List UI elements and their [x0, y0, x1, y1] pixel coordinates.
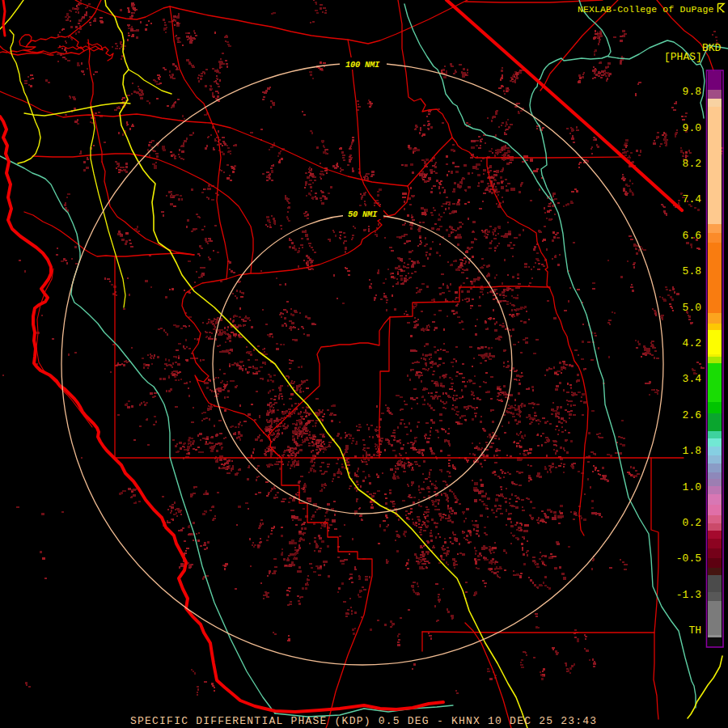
svg-text:5.8: 5.8 — [683, 265, 701, 277]
svg-text:1.0: 1.0 — [683, 481, 701, 493]
svg-text:100 NMI: 100 NMI — [345, 60, 380, 70]
svg-text:1.8: 1.8 — [683, 445, 701, 457]
svg-text:-1.3: -1.3 — [676, 589, 701, 601]
svg-text:[PHAS]: [PHAS] — [664, 51, 702, 63]
svg-text:TH: TH — [688, 624, 701, 637]
svg-text:NEXLAB-College of DuPage: NEXLAB-College of DuPage — [578, 4, 714, 15]
svg-text:-0.5: -0.5 — [676, 552, 701, 565]
svg-text:6.6: 6.6 — [683, 230, 701, 242]
svg-text:50 NMI: 50 NMI — [348, 210, 378, 219]
svg-text:3.4: 3.4 — [683, 373, 702, 385]
svg-text:BKD: BKD — [702, 42, 722, 54]
svg-text:9.8: 9.8 — [683, 86, 701, 98]
svg-text:8.2: 8.2 — [683, 158, 701, 170]
svg-text:0.2: 0.2 — [683, 517, 701, 529]
svg-text:9.0: 9.0 — [683, 122, 701, 134]
svg-text:4.2: 4.2 — [683, 337, 701, 349]
svg-text:5.0: 5.0 — [683, 302, 701, 314]
svg-text:2.6: 2.6 — [683, 409, 701, 421]
svg-text:SPECIFIC DIFFERENTIAL PHASE (K: SPECIFIC DIFFERENTIAL PHASE (KDP) 0.5 DE… — [130, 715, 597, 727]
svg-text:7.4: 7.4 — [683, 193, 702, 205]
